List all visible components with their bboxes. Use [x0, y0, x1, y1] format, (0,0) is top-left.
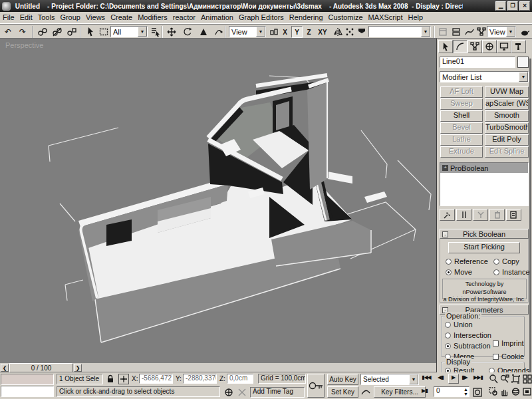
unlink-icon[interactable]: [51, 26, 64, 38]
menu-tools[interactable]: Tools: [35, 12, 58, 23]
menu-views[interactable]: Views: [83, 12, 108, 23]
y-coordinate-field[interactable]: -2880,3376: [183, 374, 217, 384]
radio-instance[interactable]: Instance: [493, 268, 530, 276]
arc-rotate-icon[interactable]: [511, 386, 521, 397]
named-selection-dropdown[interactable]: ▼: [368, 26, 431, 37]
next-frame-button[interactable]: ▮▶: [462, 374, 467, 380]
object-name-input[interactable]: Line01: [440, 57, 515, 68]
select-object-button[interactable]: [84, 26, 97, 38]
modifier-button-shell[interactable]: Shell: [440, 110, 483, 122]
selection-set-dropdown[interactable]: Selected▼: [360, 374, 419, 385]
object-color-swatch[interactable]: [517, 57, 529, 68]
menu-rendering[interactable]: Rendering: [287, 12, 326, 23]
modifier-stack[interactable]: +ProBoolean: [440, 162, 529, 206]
menu-file[interactable]: File: [0, 12, 17, 23]
radio-union[interactable]: Union: [445, 321, 473, 329]
viewport-label[interactable]: Perspective: [5, 41, 43, 49]
add-time-tag[interactable]: Add Time Tag: [250, 387, 305, 398]
named-selection-icon[interactable]: [355, 26, 368, 38]
absolute-mode-icon[interactable]: [118, 374, 129, 384]
checkbox-imprint[interactable]: Imprint: [493, 339, 524, 347]
radio-subtraction[interactable]: Subtraction: [445, 342, 491, 350]
auto-key-button[interactable]: Auto Key: [327, 374, 358, 385]
radio-result[interactable]: Result: [445, 366, 474, 372]
region-zoom-icon[interactable]: [488, 386, 498, 397]
zoom-extents-all-icon[interactable]: [522, 374, 532, 384]
panel-scrollbar[interactable]: [529, 59, 531, 372]
perspective-viewport[interactable]: Perspective: [0, 39, 436, 362]
menu-edit[interactable]: Edit: [17, 12, 35, 23]
schematic-view-icon[interactable]: [475, 26, 488, 38]
select-by-name-button[interactable]: [149, 26, 162, 38]
minimize-button[interactable]: ▁: [495, 1, 506, 11]
selection-region-button[interactable]: [97, 26, 110, 38]
radio-operands[interactable]: Operands: [489, 366, 529, 372]
select-scale-button[interactable]: [197, 26, 210, 38]
rollout-pick-boolean[interactable]: -Pick Boolean: [440, 229, 529, 239]
select-move-button[interactable]: [165, 26, 178, 38]
snaps-toggle-icon[interactable]: [343, 26, 356, 38]
isolate-icon[interactable]: [237, 387, 248, 398]
radio-copy[interactable]: Copy: [493, 257, 519, 265]
show-end-result-button[interactable]: [456, 209, 471, 221]
mirror-button[interactable]: [331, 26, 344, 38]
zoom-all-icon[interactable]: [499, 374, 509, 384]
time-slider-handle[interactable]: 0 / 100: [9, 363, 73, 372]
select-rotate-button[interactable]: [181, 26, 194, 38]
default-in-out-tangent-icon[interactable]: [360, 386, 371, 397]
remove-modifier-button[interactable]: [489, 209, 505, 221]
start-picking-button[interactable]: Start Picking: [448, 242, 520, 253]
modifier-button-uvw-map[interactable]: UVW Map: [485, 86, 529, 98]
time-slider-left-arrow[interactable]: ❮: [1, 364, 9, 372]
axis-x-button[interactable]: X: [279, 26, 291, 38]
render-button[interactable]: [518, 26, 531, 38]
modifier-button-apscaler[interactable]: apScaler (WS: [485, 98, 529, 110]
pan-hand-icon[interactable]: [499, 386, 509, 397]
menu-reactor[interactable]: reactor: [170, 12, 198, 23]
axis-z-button[interactable]: Z: [303, 26, 315, 38]
close-button[interactable]: ✕: [519, 1, 530, 11]
time-slider-right-arrow[interactable]: ❯: [74, 364, 82, 372]
modifier-button-turbosmooth[interactable]: TurboSmooth: [485, 122, 529, 134]
maximize-viewport-icon[interactable]: [522, 386, 532, 397]
menu-animation[interactable]: Animation: [198, 12, 236, 23]
menu-graph-editors[interactable]: Graph Editors: [236, 12, 287, 23]
radio-intersection[interactable]: Intersection: [445, 331, 491, 339]
time-slider-track[interactable]: ❮ 0 / 100 ❯: [0, 362, 436, 372]
modifier-stack-item[interactable]: +ProBoolean: [440, 163, 528, 173]
tab-utilities[interactable]: [511, 40, 526, 53]
x-coordinate-field[interactable]: -5686,4727: [139, 374, 173, 384]
radio-reference[interactable]: Reference: [446, 257, 488, 265]
modifier-button-edit-poly[interactable]: Edit Poly: [485, 134, 529, 146]
layer-list-icon[interactable]: [450, 26, 463, 38]
set-key-button[interactable]: Set Key: [327, 386, 358, 398]
use-center-icon[interactable]: [267, 26, 281, 38]
key-filters-button[interactable]: Key Filters...: [374, 386, 426, 398]
zoom-extents-icon[interactable]: [511, 374, 521, 384]
maxscript-mini-listener-white[interactable]: [1, 386, 54, 397]
make-unique-button[interactable]: [473, 209, 488, 221]
select-manipulate-button[interactable]: [211, 26, 225, 38]
layer-manager-icon[interactable]: [436, 26, 450, 38]
frame-spinner[interactable]: ▲▼: [464, 387, 468, 396]
communicator-icon[interactable]: [223, 387, 235, 398]
radio-move[interactable]: Move: [446, 268, 472, 276]
z-coordinate-field[interactable]: 0,0cm: [227, 374, 253, 384]
checkbox-cookie[interactable]: Cookie: [493, 352, 524, 360]
tab-hierarchy[interactable]: [467, 40, 482, 53]
tab-motion[interactable]: [482, 40, 497, 53]
menu-help[interactable]: Help: [406, 12, 426, 23]
axis-xy-button[interactable]: XY: [315, 26, 330, 38]
go-to-end-button[interactable]: ▶▶▮: [473, 374, 483, 380]
restore-button[interactable]: ❐: [507, 1, 518, 11]
selection-lock-icon[interactable]: [105, 374, 116, 384]
curve-editor-icon[interactable]: [463, 26, 476, 38]
zoom-icon[interactable]: [488, 374, 498, 384]
set-keys-button[interactable]: [307, 374, 325, 398]
bind-spacewarp-icon[interactable]: [65, 26, 78, 38]
menu-group[interactable]: Group: [57, 12, 83, 23]
menu-customize[interactable]: Customize: [326, 12, 366, 23]
select-link-icon[interactable]: [36, 26, 49, 38]
menu-create[interactable]: Create: [108, 12, 135, 23]
pin-stack-button[interactable]: [440, 209, 455, 221]
